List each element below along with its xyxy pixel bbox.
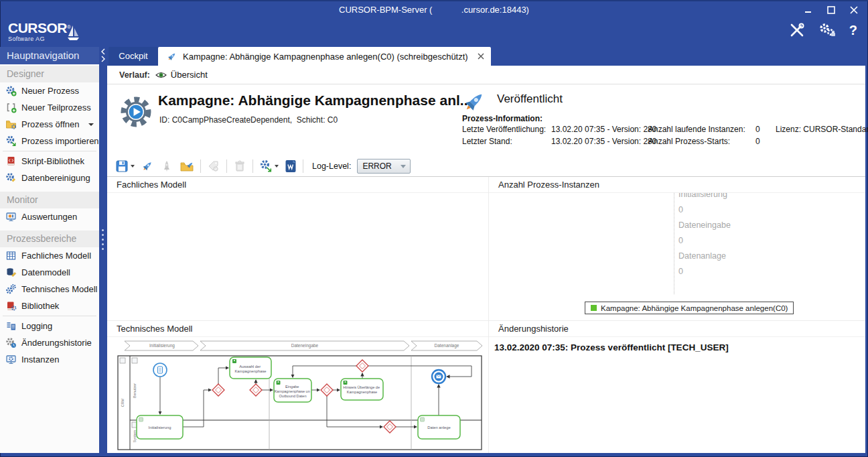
save-button[interactable] [115,159,135,173]
sidebar-item-datenbereinigung[interactable]: Datenbereinigung [0,170,99,186]
word-export-button[interactable] [285,159,297,173]
sidebar-separator [3,151,96,151]
publish-button[interactable] [141,159,154,173]
tab-label: Kampagne: Abhängige Kampagnenphase anleg… [183,52,468,62]
sidebar-item-label: Neuer Prozess [21,86,79,96]
sidebar-item-aenderungshistorie[interactable]: Änderungshistorie [0,334,99,351]
process-header: Kampagne: Abhängige Kampagnenphase anl..… [107,84,865,155]
tab-close-icon[interactable] [478,53,484,60]
gear-history-icon [5,337,17,348]
close-button[interactable] [844,3,864,17]
info-label: Letzte Veröffentlichung: [462,125,551,137]
info-label: Anzahl laufende Instanzen: [648,125,755,137]
loglevel-label: Log-Level: [312,161,351,171]
save-menu-caret [131,165,135,168]
chart-value: 0 [678,264,731,279]
chart-category: Datenanlage [678,249,731,264]
tab-process[interactable]: Kampagne: Abhängige Kampagnenphase anleg… [158,47,491,66]
toolbar-separator [226,159,227,173]
folder-gear-icon [5,119,17,130]
sidebar-item-auswertungen[interactable]: Auswertungen [0,208,99,225]
panel-anzahl-instanzen: Anzahl Prozess-Instanzen Initialisierung… [488,177,865,320]
window-title: CURSOR-BPM-Server ( .cursor.de:18443) [0,1,868,20]
process-subtitle: ID: C0CampPhaseCreateDependent, Schicht:… [159,115,338,125]
toolbar-separator [252,159,253,173]
publish-rocket-icon [141,159,154,173]
sidebar-item-technisches-modell[interactable]: Technisches Modell [0,281,99,298]
fachliches-modell-body[interactable] [107,193,488,320]
gear-plus-icon [5,85,17,96]
sidebar-item-neuer-teilprozess[interactable]: Neuer Teilprozess [0,99,99,116]
chart-category: Dateneingabe [678,218,731,233]
gear-cleanup-icon [5,172,17,184]
loglevel-select[interactable]: ERROR [357,159,411,174]
brand-name: CURSOR [8,20,67,36]
panel-fachliches-modell: Fachliches Modell [107,177,488,320]
info-label: Anzahl Prozess-Starts: [648,137,755,149]
open-published-button[interactable] [179,159,194,173]
phase-label: Datenanlage [435,343,459,348]
sidebar-header: Hauptnavigation [0,47,99,64]
database-pencil-icon [5,267,17,278]
script-book-icon [5,155,17,167]
expand-right-icon[interactable] [100,56,106,62]
sidebar-item-prozess-oeffnen[interactable]: Prozess öffnen [0,116,99,133]
history-entry: 13.02.2020 07:35: Prozess veröffentlicht… [494,342,729,352]
info-value: 0 [755,137,776,149]
collapse-left-icon[interactable] [100,48,106,55]
pool-label: CRM [121,398,125,407]
actions-menu-caret [275,165,279,168]
save-icon [115,159,129,173]
maximize-button[interactable] [821,3,841,17]
sailboat-icon [67,24,80,42]
sidebar-collapse-strip [99,47,107,453]
sidebar-item-logging[interactable]: Logging [0,318,99,334]
sidebar-item-instanzen[interactable]: Instanzen [0,351,99,368]
help-icon[interactable]: ? [849,23,857,38]
global-actions: ? [789,22,857,38]
breadcrumb-label: Übersicht [171,70,208,80]
section-prozessbereiche: Prozessbereiche [0,231,99,247]
tag-button-disabled[interactable] [207,159,220,173]
breadcrumb-uebersicht[interactable]: Übersicht [155,70,208,80]
info-label: Letzter Stand: [462,137,551,149]
tools-icon[interactable] [789,22,805,38]
toolbar-separator [200,159,201,173]
sidebar-item-datenmodell[interactable]: Datenmodell [0,264,99,281]
panel-title: Anzahl Prozess-Instanzen [489,177,865,193]
unpublish-button[interactable] [160,159,173,173]
sidebar-item-bibliothek[interactable]: Bibliothek [0,298,99,314]
minimize-button[interactable] [798,3,818,17]
settings-gears-icon[interactable] [818,22,836,38]
rocket-icon [166,51,177,62]
book-gear-icon [5,300,17,312]
submenu-caret-icon [88,123,94,126]
tab-cockpit[interactable]: Cockpit [108,47,158,66]
info-value: 13.02.20 07:35 - Version: 280 [551,137,648,149]
lane-label: System [133,430,137,442]
folder-rocket-icon [179,159,194,173]
word-document-icon [285,159,297,173]
sidebar-item-fachliches-modell[interactable]: Fachliches Modell [0,247,99,264]
section-monitor: Monitor [0,192,99,208]
svg-text:Initialisierung: Initialisierung [149,426,171,430]
delete-button-disabled[interactable] [233,159,246,173]
tag-icon [207,159,220,173]
sidebar: Designer Neuer Prozess Neuer Teilprozess… [0,64,99,453]
chart-value: 0 [678,233,731,249]
instances-chart: Initialisierung 0 Dateneingabe 0 Datenan… [489,193,865,320]
splitter-handle[interactable] [102,229,104,250]
title-bar: CURSOR-BPM-Server ( .cursor.de:18443) [0,0,868,19]
gears-icon [5,283,17,295]
process-actions-button[interactable] [259,159,279,173]
sidebar-item-skript-bibliothek[interactable]: Skript-Bibliothek [0,153,99,170]
sidebar-item-neuer-prozess[interactable]: Neuer Prozess [0,82,99,99]
bpmn-diagram[interactable]: Initialisierung Dateneingabe Datenanlage [117,338,484,452]
cursor-logo: CURSOR® Software AG [8,21,71,42]
panel-technisches-modell: Technisches Modell Initialis [107,320,488,453]
chart-value: 0 [678,202,731,218]
dashboard-grid: Fachliches Modell Anzahl Prozess-Instanz… [107,177,865,453]
info-value: Lizenz: CURSOR-Standard [776,125,868,137]
sidebar-item-prozess-importieren[interactable]: Prozess importieren [0,133,99,149]
legend-label: Kampagne: Abhängige Kampagnenphase anleg… [601,304,788,312]
